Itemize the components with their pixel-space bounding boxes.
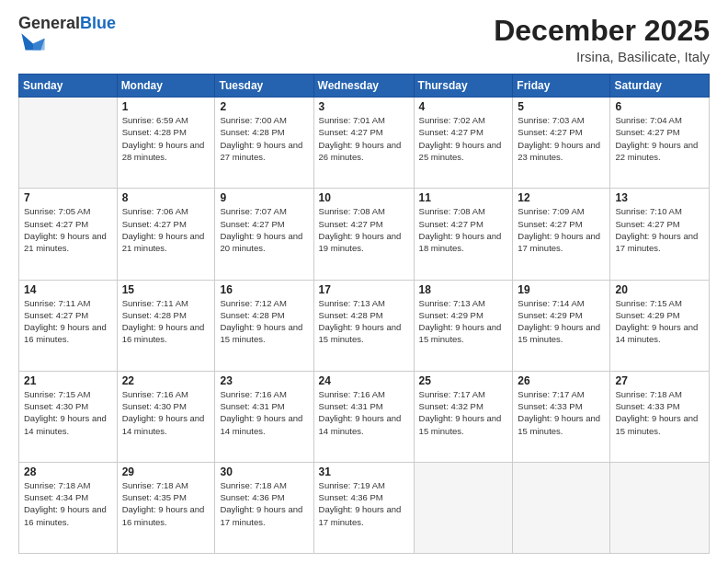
logo: GeneralBlue bbox=[18, 15, 116, 59]
day-number: 6 bbox=[615, 100, 704, 113]
calendar-day-cell bbox=[513, 462, 610, 553]
day-number: 26 bbox=[518, 374, 605, 387]
day-number: 18 bbox=[419, 283, 508, 296]
col-tuesday: Tuesday bbox=[215, 75, 313, 98]
month-year-title: December 2025 bbox=[494, 15, 710, 47]
page-header: GeneralBlue December 2025 Irsina, Basili… bbox=[18, 15, 710, 64]
day-number: 16 bbox=[220, 283, 308, 296]
calendar-week-row: 14Sunrise: 7:11 AMSunset: 4:27 PMDayligh… bbox=[19, 280, 710, 371]
calendar-week-row: 1Sunrise: 6:59 AMSunset: 4:28 PMDaylight… bbox=[19, 98, 710, 189]
day-info: Sunrise: 7:11 AMSunset: 4:28 PMDaylight:… bbox=[122, 297, 210, 346]
logo-icon bbox=[20, 29, 46, 55]
calendar-day-cell: 4Sunrise: 7:02 AMSunset: 4:27 PMDaylight… bbox=[414, 98, 513, 189]
day-number: 13 bbox=[615, 191, 704, 204]
day-number: 19 bbox=[518, 283, 605, 296]
day-number: 21 bbox=[24, 374, 112, 387]
day-info: Sunrise: 7:03 AMSunset: 4:27 PMDaylight:… bbox=[518, 114, 605, 163]
day-number: 7 bbox=[24, 191, 112, 204]
calendar-day-cell bbox=[19, 98, 118, 189]
calendar-day-cell: 13Sunrise: 7:10 AMSunset: 4:27 PMDayligh… bbox=[610, 189, 710, 280]
calendar-week-row: 7Sunrise: 7:05 AMSunset: 4:27 PMDaylight… bbox=[19, 189, 710, 280]
day-number: 22 bbox=[122, 374, 210, 387]
calendar-day-cell: 11Sunrise: 7:08 AMSunset: 4:27 PMDayligh… bbox=[414, 189, 513, 280]
calendar-day-cell: 12Sunrise: 7:09 AMSunset: 4:27 PMDayligh… bbox=[513, 189, 610, 280]
day-info: Sunrise: 7:15 AMSunset: 4:29 PMDaylight:… bbox=[615, 297, 704, 346]
day-number: 25 bbox=[419, 374, 508, 387]
day-number: 4 bbox=[419, 100, 508, 113]
calendar-day-cell: 1Sunrise: 6:59 AMSunset: 4:28 PMDaylight… bbox=[117, 98, 215, 189]
day-number: 8 bbox=[122, 191, 210, 204]
svg-marker-1 bbox=[33, 39, 45, 51]
day-number: 24 bbox=[319, 374, 409, 387]
day-info: Sunrise: 7:17 AMSunset: 4:32 PMDaylight:… bbox=[419, 388, 508, 437]
calendar-day-cell: 9Sunrise: 7:07 AMSunset: 4:27 PMDaylight… bbox=[215, 189, 313, 280]
col-friday: Friday bbox=[513, 75, 610, 98]
day-number: 29 bbox=[122, 465, 210, 478]
day-number: 20 bbox=[615, 283, 704, 296]
col-wednesday: Wednesday bbox=[313, 75, 414, 98]
calendar-day-cell: 18Sunrise: 7:13 AMSunset: 4:29 PMDayligh… bbox=[414, 280, 513, 371]
day-number: 17 bbox=[319, 283, 409, 296]
calendar-day-cell: 27Sunrise: 7:18 AMSunset: 4:33 PMDayligh… bbox=[610, 371, 710, 462]
calendar-table: Sunday Monday Tuesday Wednesday Thursday… bbox=[18, 74, 710, 554]
day-info: Sunrise: 7:17 AMSunset: 4:33 PMDaylight:… bbox=[518, 388, 605, 437]
calendar-day-cell: 6Sunrise: 7:04 AMSunset: 4:27 PMDaylight… bbox=[610, 98, 710, 189]
day-info: Sunrise: 7:12 AMSunset: 4:28 PMDaylight:… bbox=[220, 297, 308, 346]
day-number: 5 bbox=[518, 100, 605, 113]
day-info: Sunrise: 7:05 AMSunset: 4:27 PMDaylight:… bbox=[24, 205, 112, 254]
day-info: Sunrise: 7:16 AMSunset: 4:31 PMDaylight:… bbox=[220, 388, 308, 437]
day-info: Sunrise: 7:19 AMSunset: 4:36 PMDaylight:… bbox=[319, 479, 409, 528]
day-info: Sunrise: 7:18 AMSunset: 4:35 PMDaylight:… bbox=[122, 479, 210, 528]
day-info: Sunrise: 7:00 AMSunset: 4:28 PMDaylight:… bbox=[220, 114, 308, 163]
calendar-day-cell: 19Sunrise: 7:14 AMSunset: 4:29 PMDayligh… bbox=[513, 280, 610, 371]
day-number: 14 bbox=[24, 283, 112, 296]
day-info: Sunrise: 7:01 AMSunset: 4:27 PMDaylight:… bbox=[319, 114, 409, 163]
calendar-day-cell: 30Sunrise: 7:18 AMSunset: 4:36 PMDayligh… bbox=[215, 462, 313, 553]
calendar-day-cell: 5Sunrise: 7:03 AMSunset: 4:27 PMDaylight… bbox=[513, 98, 610, 189]
day-info: Sunrise: 7:07 AMSunset: 4:27 PMDaylight:… bbox=[220, 205, 308, 254]
day-info: Sunrise: 7:08 AMSunset: 4:27 PMDaylight:… bbox=[419, 205, 508, 254]
day-number: 10 bbox=[319, 191, 409, 204]
day-info: Sunrise: 7:10 AMSunset: 4:27 PMDaylight:… bbox=[615, 205, 704, 254]
col-saturday: Saturday bbox=[610, 75, 710, 98]
calendar-week-row: 21Sunrise: 7:15 AMSunset: 4:30 PMDayligh… bbox=[19, 371, 710, 462]
day-info: Sunrise: 7:06 AMSunset: 4:27 PMDaylight:… bbox=[122, 205, 210, 254]
calendar-day-cell: 8Sunrise: 7:06 AMSunset: 4:27 PMDaylight… bbox=[117, 189, 215, 280]
day-number: 3 bbox=[319, 100, 409, 113]
calendar-day-cell: 20Sunrise: 7:15 AMSunset: 4:29 PMDayligh… bbox=[610, 280, 710, 371]
day-info: Sunrise: 7:11 AMSunset: 4:27 PMDaylight:… bbox=[24, 297, 112, 346]
calendar-day-cell: 21Sunrise: 7:15 AMSunset: 4:30 PMDayligh… bbox=[19, 371, 118, 462]
day-info: Sunrise: 7:13 AMSunset: 4:29 PMDaylight:… bbox=[419, 297, 508, 346]
calendar-day-cell: 2Sunrise: 7:00 AMSunset: 4:28 PMDaylight… bbox=[215, 98, 313, 189]
day-info: Sunrise: 7:16 AMSunset: 4:30 PMDaylight:… bbox=[122, 388, 210, 437]
calendar-day-cell: 22Sunrise: 7:16 AMSunset: 4:30 PMDayligh… bbox=[117, 371, 215, 462]
day-number: 2 bbox=[220, 100, 308, 113]
location-subtitle: Irsina, Basilicate, Italy bbox=[494, 49, 710, 64]
calendar-day-cell: 7Sunrise: 7:05 AMSunset: 4:27 PMDaylight… bbox=[19, 189, 118, 280]
calendar-day-cell: 3Sunrise: 7:01 AMSunset: 4:27 PMDaylight… bbox=[313, 98, 414, 189]
calendar-day-cell: 15Sunrise: 7:11 AMSunset: 4:28 PMDayligh… bbox=[117, 280, 215, 371]
day-number: 27 bbox=[615, 374, 704, 387]
calendar-day-cell: 17Sunrise: 7:13 AMSunset: 4:28 PMDayligh… bbox=[313, 280, 414, 371]
calendar-week-row: 28Sunrise: 7:18 AMSunset: 4:34 PMDayligh… bbox=[19, 462, 710, 553]
day-info: Sunrise: 7:04 AMSunset: 4:27 PMDaylight:… bbox=[615, 114, 704, 163]
day-number: 15 bbox=[122, 283, 210, 296]
day-number: 28 bbox=[24, 465, 112, 478]
title-block: December 2025 Irsina, Basilicate, Italy bbox=[494, 15, 710, 64]
logo-blue: Blue bbox=[80, 14, 116, 32]
calendar-day-cell: 24Sunrise: 7:16 AMSunset: 4:31 PMDayligh… bbox=[313, 371, 414, 462]
calendar-day-cell: 16Sunrise: 7:12 AMSunset: 4:28 PMDayligh… bbox=[215, 280, 313, 371]
calendar-day-cell: 25Sunrise: 7:17 AMSunset: 4:32 PMDayligh… bbox=[414, 371, 513, 462]
day-info: Sunrise: 7:15 AMSunset: 4:30 PMDaylight:… bbox=[24, 388, 112, 437]
calendar-day-cell: 23Sunrise: 7:16 AMSunset: 4:31 PMDayligh… bbox=[215, 371, 313, 462]
calendar-day-cell bbox=[414, 462, 513, 553]
day-info: Sunrise: 7:14 AMSunset: 4:29 PMDaylight:… bbox=[518, 297, 605, 346]
day-info: Sunrise: 7:08 AMSunset: 4:27 PMDaylight:… bbox=[319, 205, 409, 254]
day-number: 12 bbox=[518, 191, 605, 204]
calendar-day-cell: 28Sunrise: 7:18 AMSunset: 4:34 PMDayligh… bbox=[19, 462, 118, 553]
calendar-day-cell bbox=[610, 462, 710, 553]
day-info: Sunrise: 7:09 AMSunset: 4:27 PMDaylight:… bbox=[518, 205, 605, 254]
day-info: Sunrise: 7:02 AMSunset: 4:27 PMDaylight:… bbox=[419, 114, 508, 163]
calendar-day-cell: 31Sunrise: 7:19 AMSunset: 4:36 PMDayligh… bbox=[313, 462, 414, 553]
col-sunday: Sunday bbox=[19, 75, 118, 98]
